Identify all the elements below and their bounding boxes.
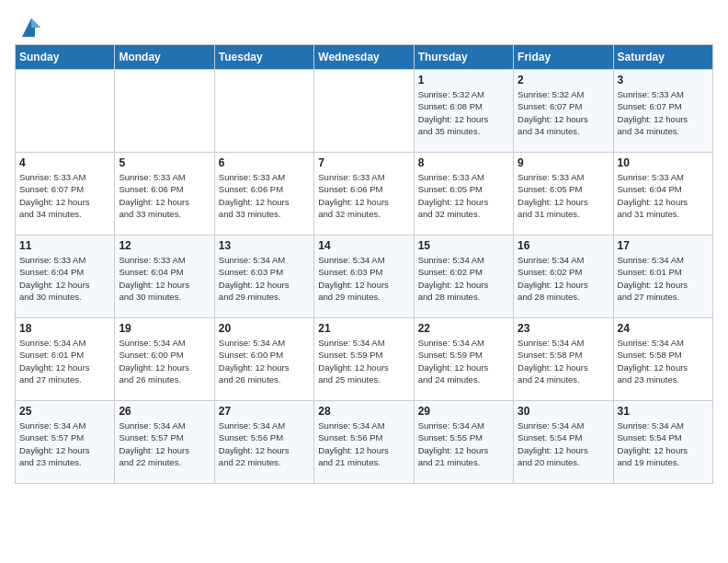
day-number: 18 (19, 322, 110, 335)
calendar-week-row: 18Sunrise: 5:34 AMSunset: 6:01 PMDayligh… (16, 318, 713, 401)
day-info: Sunrise: 5:33 AMSunset: 6:04 PMDaylight:… (19, 254, 110, 303)
day-number: 17 (618, 239, 709, 252)
day-info: Sunrise: 5:34 AMSunset: 5:56 PMDaylight:… (318, 419, 409, 468)
day-info: Sunrise: 5:33 AMSunset: 6:07 PMDaylight:… (19, 171, 110, 220)
day-info: Sunrise: 5:34 AMSunset: 6:03 PMDaylight:… (219, 254, 310, 303)
day-number: 22 (418, 322, 509, 335)
day-info: Sunrise: 5:33 AMSunset: 6:06 PMDaylight:… (219, 171, 310, 220)
day-number: 2 (518, 74, 609, 86)
day-number: 8 (418, 156, 509, 169)
calendar-cell: 22Sunrise: 5:34 AMSunset: 5:59 PMDayligh… (414, 318, 513, 401)
calendar-cell: 23Sunrise: 5:34 AMSunset: 5:58 PMDayligh… (514, 318, 613, 401)
day-info: Sunrise: 5:34 AMSunset: 5:55 PMDaylight:… (418, 419, 509, 468)
calendar-week-row: 1Sunrise: 5:32 AMSunset: 6:08 PMDaylight… (16, 70, 713, 153)
calendar-table: SundayMondayTuesdayWednesdayThursdayFrid… (15, 44, 713, 484)
logo-icon (18, 15, 44, 40)
day-number: 20 (219, 322, 310, 335)
calendar-cell: 26Sunrise: 5:34 AMSunset: 5:57 PMDayligh… (115, 401, 214, 484)
day-info: Sunrise: 5:34 AMSunset: 6:00 PMDaylight:… (219, 337, 310, 385)
day-info: Sunrise: 5:34 AMSunset: 5:59 PMDaylight:… (418, 337, 509, 385)
day-info: Sunrise: 5:34 AMSunset: 5:58 PMDaylight:… (618, 337, 709, 385)
calendar-cell: 16Sunrise: 5:34 AMSunset: 6:02 PMDayligh… (514, 236, 613, 318)
calendar-cell: 25Sunrise: 5:34 AMSunset: 5:57 PMDayligh… (16, 401, 115, 484)
calendar-cell: 10Sunrise: 5:33 AMSunset: 6:04 PMDayligh… (613, 153, 712, 236)
day-info: Sunrise: 5:34 AMSunset: 6:00 PMDaylight:… (119, 337, 210, 385)
day-info: Sunrise: 5:33 AMSunset: 6:06 PMDaylight:… (318, 171, 409, 220)
day-number: 14 (318, 239, 409, 252)
day-info: Sunrise: 5:34 AMSunset: 5:59 PMDaylight:… (318, 337, 409, 385)
calendar-cell: 14Sunrise: 5:34 AMSunset: 6:03 PMDayligh… (314, 236, 414, 318)
day-info: Sunrise: 5:33 AMSunset: 6:04 PMDaylight:… (618, 171, 709, 220)
calendar-cell: 3Sunrise: 5:33 AMSunset: 6:07 PMDaylight… (613, 70, 712, 153)
day-info: Sunrise: 5:34 AMSunset: 5:57 PMDaylight:… (19, 419, 110, 468)
weekday-header-saturday: Saturday (613, 45, 712, 70)
calendar-cell: 17Sunrise: 5:34 AMSunset: 6:01 PMDayligh… (613, 236, 712, 318)
calendar-cell (115, 70, 214, 153)
calendar-cell: 4Sunrise: 5:33 AMSunset: 6:07 PMDaylight… (16, 153, 115, 236)
calendar-week-row: 4Sunrise: 5:33 AMSunset: 6:07 PMDaylight… (16, 153, 713, 236)
calendar-cell: 28Sunrise: 5:34 AMSunset: 5:56 PMDayligh… (314, 401, 414, 484)
svg-marker-1 (31, 18, 40, 28)
day-number: 6 (219, 156, 310, 169)
day-number: 25 (19, 405, 110, 418)
weekday-header-monday: Monday (115, 45, 214, 70)
day-info: Sunrise: 5:34 AMSunset: 6:02 PMDaylight:… (518, 254, 609, 303)
calendar-cell: 15Sunrise: 5:34 AMSunset: 6:02 PMDayligh… (414, 236, 513, 318)
calendar-cell: 21Sunrise: 5:34 AMSunset: 5:59 PMDayligh… (314, 318, 414, 401)
day-info: Sunrise: 5:34 AMSunset: 6:03 PMDaylight:… (318, 254, 409, 303)
calendar-cell: 6Sunrise: 5:33 AMSunset: 6:06 PMDaylight… (214, 153, 313, 236)
calendar-cell: 30Sunrise: 5:34 AMSunset: 5:54 PMDayligh… (514, 401, 613, 484)
day-number: 7 (318, 156, 409, 169)
day-number: 1 (418, 74, 509, 86)
day-number: 9 (518, 156, 609, 169)
weekday-header-sunday: Sunday (16, 45, 115, 70)
day-info: Sunrise: 5:33 AMSunset: 6:07 PMDaylight:… (618, 88, 709, 137)
day-info: Sunrise: 5:34 AMSunset: 5:54 PMDaylight:… (618, 419, 709, 468)
calendar-week-row: 25Sunrise: 5:34 AMSunset: 5:57 PMDayligh… (16, 401, 713, 484)
day-info: Sunrise: 5:33 AMSunset: 6:05 PMDaylight:… (518, 171, 609, 220)
day-number: 29 (418, 405, 509, 418)
day-number: 13 (219, 239, 310, 252)
day-number: 24 (618, 322, 709, 335)
day-number: 12 (119, 239, 210, 252)
day-number: 26 (119, 405, 210, 418)
calendar-cell: 20Sunrise: 5:34 AMSunset: 6:00 PMDayligh… (214, 318, 313, 401)
weekday-header-wednesday: Wednesday (314, 45, 414, 70)
calendar-cell: 2Sunrise: 5:32 AMSunset: 6:07 PMDaylight… (514, 70, 613, 153)
day-number: 31 (618, 405, 709, 418)
calendar-cell: 11Sunrise: 5:33 AMSunset: 6:04 PMDayligh… (16, 236, 115, 318)
calendar-cell: 29Sunrise: 5:34 AMSunset: 5:55 PMDayligh… (414, 401, 513, 484)
day-number: 3 (618, 74, 709, 86)
day-number: 5 (119, 156, 210, 169)
calendar-cell: 8Sunrise: 5:33 AMSunset: 6:05 PMDaylight… (414, 153, 513, 236)
day-number: 28 (318, 405, 409, 418)
page-header (15, 15, 713, 40)
calendar-cell: 7Sunrise: 5:33 AMSunset: 6:06 PMDaylight… (314, 153, 414, 236)
day-number: 10 (618, 156, 709, 169)
calendar-cell: 5Sunrise: 5:33 AMSunset: 6:06 PMDaylight… (115, 153, 214, 236)
calendar-cell: 1Sunrise: 5:32 AMSunset: 6:08 PMDaylight… (414, 70, 513, 153)
day-info: Sunrise: 5:33 AMSunset: 6:04 PMDaylight:… (119, 254, 210, 303)
day-info: Sunrise: 5:33 AMSunset: 6:05 PMDaylight:… (418, 171, 509, 220)
day-number: 16 (518, 239, 609, 252)
day-number: 27 (219, 405, 310, 418)
day-number: 30 (518, 405, 609, 418)
calendar-week-row: 11Sunrise: 5:33 AMSunset: 6:04 PMDayligh… (16, 236, 713, 318)
weekday-header-friday: Friday (514, 45, 613, 70)
day-info: Sunrise: 5:34 AMSunset: 5:57 PMDaylight:… (119, 419, 210, 468)
calendar-cell (16, 70, 115, 153)
calendar-cell (214, 70, 313, 153)
calendar-cell: 9Sunrise: 5:33 AMSunset: 6:05 PMDaylight… (514, 153, 613, 236)
day-info: Sunrise: 5:32 AMSunset: 6:08 PMDaylight:… (418, 88, 509, 137)
calendar-cell (314, 70, 414, 153)
calendar-cell: 31Sunrise: 5:34 AMSunset: 5:54 PMDayligh… (613, 401, 712, 484)
calendar-cell: 24Sunrise: 5:34 AMSunset: 5:58 PMDayligh… (613, 318, 712, 401)
weekday-header-row: SundayMondayTuesdayWednesdayThursdayFrid… (16, 45, 713, 70)
day-info: Sunrise: 5:32 AMSunset: 6:07 PMDaylight:… (518, 88, 609, 137)
day-info: Sunrise: 5:34 AMSunset: 5:58 PMDaylight:… (518, 337, 609, 385)
calendar-cell: 13Sunrise: 5:34 AMSunset: 6:03 PMDayligh… (214, 236, 313, 318)
day-info: Sunrise: 5:33 AMSunset: 6:06 PMDaylight:… (119, 171, 210, 220)
day-number: 21 (318, 322, 409, 335)
day-number: 23 (518, 322, 609, 335)
calendar-cell: 18Sunrise: 5:34 AMSunset: 6:01 PMDayligh… (16, 318, 115, 401)
